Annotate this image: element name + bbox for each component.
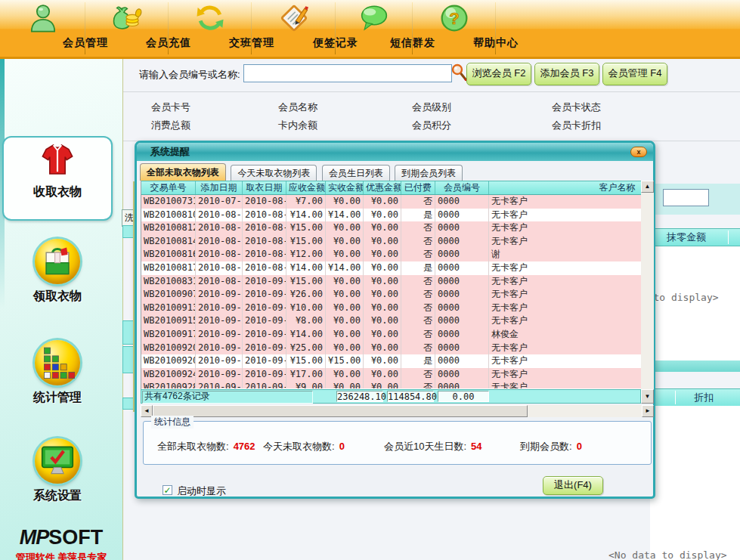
table-cell: 0000 — [435, 328, 489, 342]
table-cell: 无卡客户 — [489, 221, 642, 235]
table-cell: WB20100831009 — [141, 275, 196, 289]
table-cell: 2010-08-17 — [196, 261, 243, 275]
exit-button[interactable]: 退出(F4) — [543, 476, 603, 495]
toolbar-button-shift-manage[interactable]: 交班管理 — [169, 0, 252, 57]
table-cell: 2010-08-19 — [243, 248, 286, 261]
shift-manage-icon — [194, 2, 226, 34]
table-row[interactable]: WB201007310042010-07-312010-08-03¥7.00¥0… — [141, 195, 642, 209]
vertical-scrollbar-track[interactable] — [641, 193, 654, 389]
toolbar-button-memo[interactable]: 便签记录 — [252, 0, 336, 57]
dialog-titlebar[interactable]: 系统提醒 x — [137, 143, 653, 161]
table-cell: 无卡客户 — [489, 209, 642, 222]
help-center-icon: ? — [438, 2, 470, 34]
table-row[interactable]: WB201009150012010-09-152010-09-18¥8.00¥0… — [141, 314, 642, 328]
table-cell: ¥15.00 — [286, 221, 326, 235]
add-member-button[interactable]: 添加会员 F3 — [534, 63, 599, 85]
table-cell: ¥0.00 — [326, 368, 364, 382]
table-cell: 无卡客户 — [489, 275, 642, 289]
column-header[interactable]: 已付费 — [401, 181, 435, 194]
table-cell: ¥25.00 — [286, 342, 326, 355]
table-cell: 2010-09-24 — [196, 368, 243, 382]
table-cell: 否 — [401, 235, 435, 249]
table-row[interactable]: WB201009240152010-09-242010-09-27¥17.00¥… — [141, 368, 642, 382]
table-cell: 无卡客户 — [489, 302, 642, 315]
table-cell: 0000 — [435, 302, 489, 315]
table-row[interactable]: WB201009070102010-09-072010-09-10¥26.00¥… — [141, 288, 642, 302]
column-header[interactable]: 添加日期 — [196, 181, 243, 194]
statistics-icon — [35, 340, 80, 385]
table-row[interactable]: WB201008160102010-08-162010-08-19¥12.00¥… — [141, 248, 642, 261]
column-header[interactable]: 交易单号 — [141, 181, 196, 194]
table-row[interactable]: WB201008100092010-08-102010-08-13¥14.00¥… — [141, 209, 642, 222]
table-cell: 0000 — [435, 288, 489, 302]
sidebar-item-label: 收取衣物 — [4, 184, 111, 200]
table-row[interactable]: WB201009200082010-09-202010-09-23¥25.00¥… — [141, 342, 642, 355]
search-input[interactable] — [243, 64, 452, 82]
table-cell: 否 — [401, 221, 435, 235]
member-manage-button[interactable]: 会员管理 F4 — [602, 63, 667, 85]
column-header[interactable]: 应收金额 — [286, 181, 326, 194]
toolbar-button-sms-broadcast[interactable]: 短信群发 — [336, 0, 413, 57]
table-row[interactable]: WB201009200132010-09-202010-09-23¥15.00¥… — [141, 354, 642, 368]
table-cell: ¥15.00 — [286, 275, 326, 289]
browse-members-button[interactable]: 浏览会员 F2 — [466, 63, 531, 85]
column-header[interactable]: 实收金额 — [326, 181, 364, 194]
toolbar-button-member-recharge[interactable]: 会员充值 — [85, 0, 169, 57]
table-cell: 否 — [401, 342, 435, 355]
table-cell: 2010-09-28 — [196, 381, 243, 388]
table-cell: ¥0.00 — [326, 381, 364, 388]
bg-column-discount: 折扣 — [650, 388, 740, 407]
column-header[interactable]: 会员编号 — [435, 181, 489, 194]
dialog-tabbar: 全部未取衣物列表 今天未取衣物列表 会员生日列表 到期会员列表 — [140, 163, 464, 180]
sidebar-item-receive-clothes[interactable]: 收取衣物 — [2, 136, 113, 221]
unclaimed-clothes-table: 交易单号添加日期取衣日期应收金额实收金额优惠金额已付费会员编号客户名称 WB20… — [141, 181, 642, 389]
table-cell: WB20100924015 — [141, 368, 196, 382]
scroll-up-icon[interactable]: ▲ — [641, 181, 654, 193]
toolbar-button-member-manage[interactable]: 会员管理 — [0, 0, 85, 57]
column-header[interactable]: 取衣日期 — [243, 181, 286, 194]
show-on-startup-checkbox[interactable]: ✓ — [163, 485, 172, 495]
svg-text:?: ? — [449, 9, 460, 28]
bg-input-field[interactable] — [663, 189, 709, 206]
divider — [123, 91, 740, 92]
table-row[interactable]: WB201009130042010-09-132010-09-16¥10.00¥… — [141, 302, 642, 315]
table-cell: 0000 — [435, 195, 489, 209]
tab-today-unclaimed-clothes[interactable]: 今天未取衣物列表 — [231, 165, 317, 181]
sidebar-item-statistics[interactable]: 统计管理 — [0, 340, 115, 406]
tab-expiring-members[interactable]: 到期会员列表 — [395, 165, 463, 181]
horizontal-scrollbar-thumb[interactable] — [153, 405, 528, 417]
table-row[interactable]: WB201009170032010-09-172010-09-20¥14.00¥… — [141, 328, 642, 342]
table-cell: 林俊金 — [489, 328, 642, 342]
table-cell: ¥0.00 — [326, 275, 364, 289]
tab-member-birthdays[interactable]: 会员生日列表 — [322, 165, 390, 181]
table-cell: 0000 — [435, 275, 489, 289]
scroll-down-icon[interactable]: ▼ — [641, 389, 654, 404]
table-row[interactable]: WB201008170072010-08-172010-08-20¥14.00¥… — [141, 261, 642, 275]
table-cell: 否 — [401, 314, 435, 328]
table-row[interactable]: WB201008140032010-08-142010-08-17¥15.00¥… — [141, 235, 642, 249]
scroll-right-icon[interactable]: ► — [642, 405, 654, 417]
column-header[interactable]: 客户名称 — [489, 181, 642, 194]
table-row[interactable]: WB201008120032010-08-122010-08-15¥15.00¥… — [141, 221, 642, 235]
table-row[interactable]: WB201009280142010-09-282010-09-28¥9.00¥0… — [141, 381, 642, 388]
table-row[interactable]: WB201008310092010-08-312010-09-03¥15.00¥… — [141, 275, 642, 289]
table-cell: ¥8.00 — [286, 314, 326, 328]
sidebar-item-system-settings[interactable]: 系统设置 — [0, 438, 115, 504]
close-icon[interactable]: x — [630, 147, 647, 157]
table-cell: 谢 — [489, 248, 642, 261]
column-header[interactable]: 优惠金额 — [364, 181, 401, 194]
system-reminder-dialog: 系统提醒 x 全部未取衣物列表 今天未取衣物列表 会员生日列表 到期会员列表 交… — [135, 141, 655, 499]
table-cell: 2010-09-03 — [243, 275, 286, 289]
table-cell: 2010-09-07 — [196, 288, 243, 302]
field-card-discount: 会员卡折扣 — [552, 119, 601, 132]
dialog-title: 系统提醒 — [150, 146, 190, 157]
sidebar-item-collect-clothes[interactable]: 领取衣物 — [0, 239, 115, 305]
record-count: 共有4762条记录 — [144, 391, 210, 402]
table-cell: 2010-08-12 — [196, 221, 243, 235]
tab-all-unclaimed-clothes[interactable]: 全部未取衣物列表 — [140, 163, 226, 181]
bg-column-divider — [675, 391, 676, 404]
table-cell: ¥0.00 — [364, 328, 401, 342]
toolbar-button-help-center[interactable]: ? 帮助中心 — [413, 0, 496, 57]
table-cell: 无卡客户 — [489, 342, 642, 355]
table-cell: 0000 — [435, 261, 489, 275]
